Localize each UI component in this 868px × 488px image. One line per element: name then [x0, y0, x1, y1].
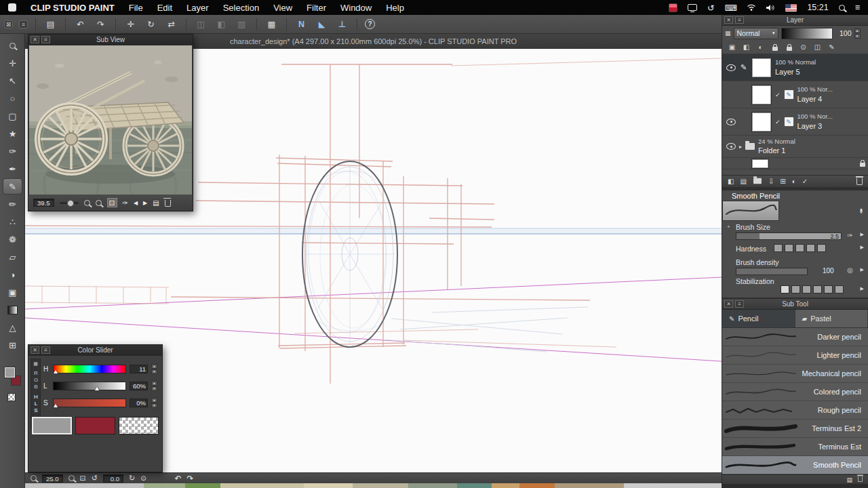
opacity-stepper[interactable]: ▲▼ [854, 28, 861, 39]
airbrush-tool[interactable]: ∴ [0, 213, 25, 230]
lightness-slider[interactable] [53, 382, 126, 390]
figure-tool[interactable]: △ [0, 319, 25, 336]
layer-thumbnail[interactable] [751, 159, 769, 169]
rotate-cw-icon[interactable]: ↻ [129, 474, 135, 483]
clip-at-layer-below-icon[interactable]: ◧ [741, 43, 751, 52]
apply-mask-icon[interactable]: ✓ [802, 178, 808, 185]
time-machine-icon[interactable]: ↺ [707, 3, 714, 13]
delete-layer-icon[interactable] [856, 176, 863, 186]
triangle-ruler-icon[interactable]: ◣ [315, 17, 329, 31]
row-arrow-icon[interactable]: ▶ [861, 245, 864, 250]
lightness-stepper[interactable]: ▲▼ [151, 381, 157, 391]
frame-border-tool[interactable]: ⊞ [0, 336, 25, 354]
snap-ruler-icon[interactable]: ◫ [194, 17, 208, 31]
lock-layer-icon[interactable] [784, 43, 794, 52]
panel-close-icon[interactable]: ✕ [724, 300, 733, 308]
reset-rotation-icon[interactable]: ⊙ [140, 474, 146, 482]
menu-view[interactable]: View [273, 3, 292, 13]
layer-mask-icon[interactable]: ◐ [792, 178, 796, 185]
fit-to-window-icon[interactable]: ⊡ [80, 474, 86, 483]
brush-tool[interactable]: ✏ [0, 195, 25, 213]
redo-icon[interactable]: ↷ [94, 17, 108, 31]
eyedropper-tool[interactable]: ✑ [0, 142, 25, 160]
blend-mode-select[interactable]: Normal ▾ [734, 28, 778, 39]
sub-view-zoom-value[interactable]: 39.5 [33, 199, 54, 207]
operation-tool[interactable]: ↖ [0, 72, 25, 89]
subtool-darker-pencil[interactable]: Darker pencil [722, 328, 868, 346]
stylus-pressure-icon[interactable]: ✑ [848, 232, 853, 239]
subtool-mechanical-pencil[interactable]: Mechanical pencil [722, 365, 868, 383]
input-source-flag-icon[interactable] [785, 4, 797, 12]
layer-opacity-slider[interactable] [781, 28, 833, 39]
pen-tool[interactable]: ✒ [0, 160, 25, 178]
panel-close-icon[interactable]: ✕ [724, 16, 733, 24]
canvas-zoom-value[interactable]: 25.0 [42, 474, 63, 483]
current-color-swatch[interactable] [32, 417, 72, 434]
layer-row-layer3[interactable]: ✓ ✎ 100 % Nor... Layer 3 [722, 108, 868, 136]
layer-row-paper[interactable] [722, 158, 868, 169]
panel-flow-icon[interactable]: ◧ [728, 178, 734, 185]
perspective-ruler-icon[interactable]: N [294, 17, 309, 31]
thumbnail-settings-icon[interactable]: ▣ [727, 43, 737, 52]
menu-help[interactable]: Help [386, 3, 404, 13]
clear-image-icon[interactable] [165, 198, 171, 208]
panel-menu-icon[interactable]: ≡ [41, 346, 50, 354]
transparent-color-swatch[interactable] [119, 417, 159, 434]
menu-filter[interactable]: Filter [307, 3, 326, 13]
redo-icon[interactable]: ↷ [187, 474, 194, 483]
new-layer-icon[interactable]: ▤ [740, 178, 746, 185]
tab-pastel[interactable]: ▰ Pastel [795, 310, 868, 327]
two-pane-icon[interactable]: ◫ [812, 43, 823, 52]
layer-name[interactable]: Layer 3 [797, 121, 833, 131]
layer-name[interactable]: Folder 1 [758, 146, 795, 155]
hue-value[interactable]: 11 [130, 365, 148, 373]
menu-clock[interactable]: 15:21 [807, 3, 828, 12]
undo-icon[interactable]: ↶ [175, 474, 182, 483]
auto-select-tool[interactable]: ★ [0, 125, 25, 142]
menu-layer[interactable]: Layer [186, 3, 209, 13]
transparent-color-swatch[interactable] [7, 393, 16, 401]
lightness-marker[interactable] [95, 387, 99, 390]
decoration-tool[interactable]: ❁ [0, 230, 25, 248]
tab-hls[interactable]: HLS [33, 394, 39, 414]
subtool-rough-pencil[interactable]: Rough pencil [722, 401, 868, 420]
reference-image-cart[interactable] [29, 45, 192, 195]
spotlight-search-icon[interactable] [839, 5, 845, 11]
app-name-menu[interactable]: CLIP STUDIO PAINT [31, 3, 115, 13]
subtool-terminus-est[interactable]: Terminus Est [722, 438, 868, 456]
visibility-eye-icon[interactable] [726, 142, 736, 151]
hue-slider[interactable] [53, 365, 126, 373]
saturation-value[interactable]: 0% [130, 399, 148, 407]
zoom-out-icon[interactable] [84, 200, 90, 206]
color-profile-icon[interactable] [669, 3, 677, 12]
open-image-icon[interactable]: ▤ [153, 199, 159, 207]
volume-icon[interactable] [766, 4, 775, 12]
blend-tool[interactable]: ◑ [0, 266, 25, 283]
panel-close-icon[interactable]: ✕ [31, 346, 39, 354]
layer-thumbnail[interactable] [751, 85, 772, 105]
hue-marker[interactable] [54, 370, 58, 373]
layer-thumbnail[interactable] [751, 58, 772, 78]
move-tool[interactable]: ✛ [0, 54, 25, 72]
menu-selection[interactable]: Selection [223, 3, 259, 13]
zoom-tool[interactable] [0, 37, 25, 54]
lock-transparent-pixel-icon[interactable] [770, 43, 780, 52]
canvas-rotation-value[interactable]: 0.0 [103, 474, 123, 483]
keyboard-icon[interactable]: ⌨ [724, 3, 736, 13]
palette-close-icon[interactable]: ⊠ [4, 20, 13, 28]
gradient-tool[interactable] [0, 301, 25, 319]
pencil-tool-selected[interactable]: ✎ [3, 178, 22, 195]
tab-pencil[interactable]: ✎ Pencil [722, 310, 795, 327]
row-arrow-icon[interactable]: ▶ [861, 232, 864, 237]
row-arrow-icon[interactable]: ▶ [861, 286, 864, 291]
zoom-in-icon[interactable] [68, 475, 75, 481]
panel-close-icon[interactable]: ✕ [31, 36, 39, 43]
stabilization-blocks[interactable] [781, 285, 844, 293]
brush-density-value[interactable]: 100 [823, 267, 834, 274]
subtool-colored-pencil[interactable]: Colored pencil [722, 383, 868, 401]
layer-row-layer5[interactable]: ✎ 100 % Normal Layer 5 [722, 54, 868, 81]
new-folder-icon[interactable] [753, 178, 762, 186]
foreground-color-swatch[interactable] [5, 367, 15, 378]
saturation-stepper[interactable]: ▲▼ [151, 398, 157, 408]
saturation-marker[interactable] [54, 404, 58, 407]
